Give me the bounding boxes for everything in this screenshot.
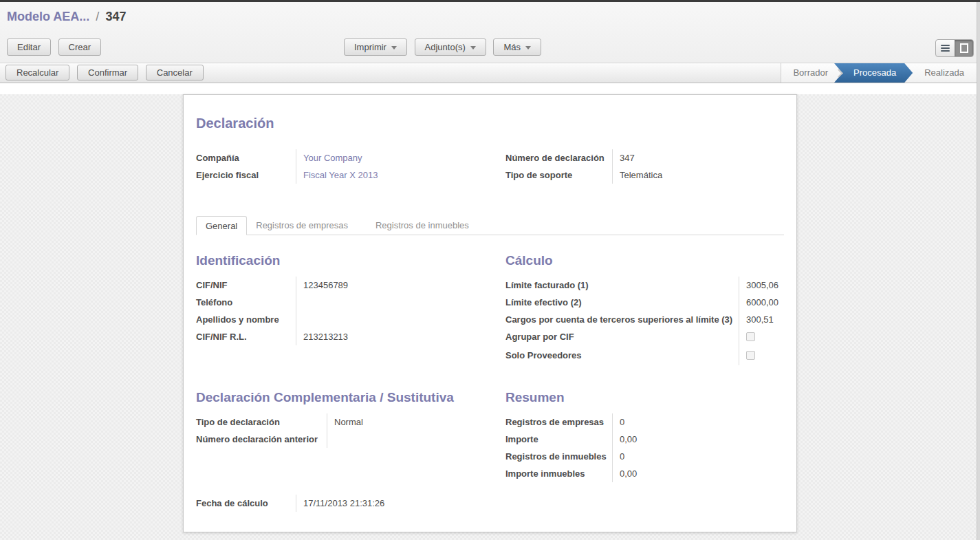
status-state-procesada-active: Procesada xyxy=(834,63,913,83)
field-row-ejercicio-fiscal: Ejercicio fiscal Fiscal Year X 2013 xyxy=(196,166,493,184)
chevron-down-icon xyxy=(470,46,476,50)
resumen-section: Resumen Registros de empresas 0 Importe … xyxy=(505,390,784,482)
scrollbar[interactable] xyxy=(977,2,980,540)
record-actions: Editar Crear xyxy=(7,39,101,56)
fiscal-year-link[interactable]: Fiscal Year X 2013 xyxy=(296,166,493,184)
field-value xyxy=(296,294,493,311)
section-title: Declaración Complementaria / Sustitutiva xyxy=(196,390,493,405)
view-switcher xyxy=(935,39,974,57)
field-label: Registros de empresas xyxy=(505,413,612,431)
field-label: CIF/NIF R.L. xyxy=(196,328,296,345)
field-row-cif-nif-rl: CIF/NIF R.L. 213213213 xyxy=(196,328,493,345)
field-label: Número de declaración xyxy=(505,149,612,166)
field-label: Tipo de declaración xyxy=(196,413,327,431)
confirm-button[interactable]: Confirmar xyxy=(77,65,138,80)
section-title: Cálculo xyxy=(505,253,784,268)
identificacion-section: Identificación CIF/NIF 123456789 Teléfon… xyxy=(196,253,493,365)
attachments-label: Adjunto(s) xyxy=(425,42,466,52)
field-value: 213213213 xyxy=(296,328,493,345)
breadcrumb-parent-link[interactable]: Modelo AEA... xyxy=(7,10,89,23)
cancel-button[interactable]: Cancelar xyxy=(146,65,204,80)
field-value: 0 xyxy=(612,448,784,465)
field-row-cif-nif: CIF/NIF 123456789 xyxy=(196,277,493,294)
attachments-dropdown-button[interactable]: Adjunto(s) xyxy=(415,39,486,56)
tab-general[interactable]: General xyxy=(196,216,247,235)
field-label: CIF/NIF xyxy=(196,277,296,294)
form-view-button[interactable] xyxy=(955,40,973,56)
workflow-bar: Recalcular Confirmar Cancelar Borrador P… xyxy=(0,63,980,83)
field-label: Compañía xyxy=(196,149,296,166)
field-value xyxy=(739,328,784,347)
field-label: Número declaración anterior xyxy=(196,431,327,448)
field-value: Telemática xyxy=(612,166,784,184)
breadcrumb-current: 347 xyxy=(105,10,126,23)
field-label: Importe xyxy=(505,431,612,448)
field-label: Agrupar por CIF xyxy=(505,328,739,347)
field-value: 3005,06 xyxy=(739,277,784,294)
tab-registros-de-empresas[interactable]: Registros de empresas xyxy=(247,216,357,235)
field-row-fecha-de-calculo: Fecha de cálculo 17/11/2013 21:31:26 xyxy=(196,495,493,512)
field-label: Cargos por cuenta de terceros superiores… xyxy=(505,311,739,328)
field-label: Teléfono xyxy=(196,294,296,311)
company-link[interactable]: Your Company xyxy=(296,149,493,166)
breadcrumb: Modelo AEA... / 347 xyxy=(7,10,126,24)
field-row-agrupar-por-cif: Agrupar por CIF xyxy=(505,328,784,347)
field-label: Tipo de soporte xyxy=(505,166,612,184)
recalculate-button[interactable]: Recalcular xyxy=(6,65,69,80)
field-row-importe: Importe 0,00 xyxy=(505,431,784,448)
field-row-importe-inmuebles: Importe inmuebles 0,00 xyxy=(505,465,784,482)
field-row-tipo-soporte: Tipo de soporte Telemática xyxy=(505,166,784,184)
field-value: 0,00 xyxy=(612,465,784,482)
field-row-apellidos-y-nombre: Apellidos y nombre xyxy=(196,311,493,328)
document-actions: Imprimir Adjunto(s) Más xyxy=(344,39,541,56)
field-row-limite-facturado: Límite facturado (1) 3005,06 xyxy=(505,277,784,294)
edit-button[interactable]: Editar xyxy=(7,39,51,56)
print-dropdown-button[interactable]: Imprimir xyxy=(344,39,407,56)
field-row-compania: Compañía Your Company xyxy=(196,149,493,166)
field-row-telefono: Teléfono xyxy=(196,294,493,311)
status-state-borrador: Borrador xyxy=(781,63,840,83)
tab-pane-general: Identificación CIF/NIF 123456789 Teléfon… xyxy=(196,253,784,512)
field-row-registros-de-inmuebles: Registros de inmuebles 0 xyxy=(505,448,784,465)
field-value xyxy=(296,311,493,328)
complementaria-section: Declaración Complementaria / Sustitutiva… xyxy=(196,390,493,482)
print-label: Imprimir xyxy=(354,42,386,52)
list-icon xyxy=(941,45,950,52)
field-label: Fecha de cálculo xyxy=(196,495,296,512)
field-row-tipo-declaracion: Tipo de declaración Normal xyxy=(196,413,493,431)
field-value xyxy=(327,431,493,448)
chevron-down-icon xyxy=(391,46,397,50)
solo-proveedores-checkbox[interactable] xyxy=(746,351,755,360)
section-title: Resumen xyxy=(505,390,784,405)
field-row-cargos-terceros: Cargos por cuenta de terceros superiores… xyxy=(505,311,784,328)
field-label: Ejercicio fiscal xyxy=(196,166,296,184)
workflow-buttons: Recalcular Confirmar Cancelar xyxy=(6,65,204,80)
field-label: Solo Proveedores xyxy=(505,347,739,365)
field-row-registros-de-empresas: Registros de empresas 0 xyxy=(505,413,784,431)
calculo-section: Cálculo Límite facturado (1) 3005,06 Lím… xyxy=(505,253,784,365)
field-value: 0,00 xyxy=(612,431,784,448)
field-value: 347 xyxy=(612,149,784,166)
field-value: 0 xyxy=(612,413,784,431)
field-value: 123456789 xyxy=(296,277,493,294)
field-row-limite-efectivo: Límite efectivo (2) 6000,00 xyxy=(505,294,784,311)
more-dropdown-button[interactable]: Más xyxy=(493,39,541,56)
create-button[interactable]: Crear xyxy=(58,39,102,56)
field-label: Registros de inmuebles xyxy=(505,448,612,465)
field-value: 17/11/2013 21:31:26 xyxy=(296,495,493,512)
field-label: Importe inmuebles xyxy=(505,465,612,482)
field-value: Normal xyxy=(327,413,493,431)
field-row-numero-declaracion: Número de declaración 347 xyxy=(505,149,784,166)
list-view-button[interactable] xyxy=(936,40,955,56)
page-title: Declaración xyxy=(196,116,784,131)
field-row-solo-proveedores: Solo Proveedores xyxy=(505,347,784,365)
field-label: Límite facturado (1) xyxy=(505,277,739,294)
agrupar-por-cif-checkbox[interactable] xyxy=(746,332,755,341)
chevron-down-icon xyxy=(525,46,531,50)
more-label: Más xyxy=(503,42,521,52)
field-label: Límite efectivo (2) xyxy=(505,294,739,311)
status-bar: Borrador Procesada Realizada xyxy=(781,63,980,83)
tab-registros-de-inmuebles[interactable]: Registros de inmuebles xyxy=(367,216,478,235)
field-value: 6000,00 xyxy=(739,294,784,311)
field-value: 300,51 xyxy=(739,311,784,328)
